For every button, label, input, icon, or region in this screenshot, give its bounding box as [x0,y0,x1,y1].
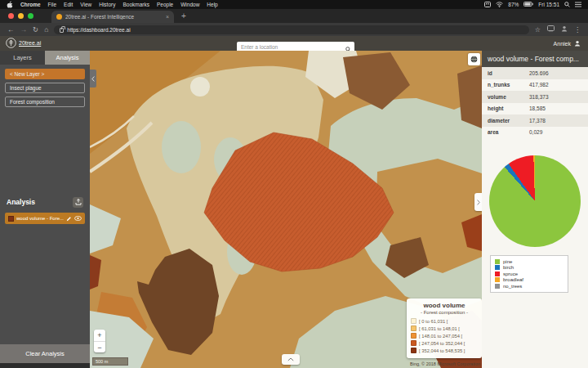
chart-legend-label: broadleaf [503,277,523,282]
bookmark-star-icon[interactable]: ☆ [535,26,541,34]
lock-icon [60,28,64,33]
close-window-button[interactable] [8,13,14,19]
tree-logo-icon [6,38,16,48]
wifi-icon[interactable] [496,2,503,8]
clear-analysis-button[interactable]: Clear Analysis [0,344,90,363]
battery-icon[interactable] [523,2,533,7]
forward-icon[interactable]: → [20,26,28,34]
table-row: volume 318,373 [482,91,588,103]
field-value: 17,378 [529,118,546,123]
table-row: id 205.696 [482,67,588,79]
legend-range: [ 148,01 to 247,054 [ [419,334,462,339]
expand-panel-button[interactable] [474,193,482,211]
map-attribution: Bing, © 2018 Microsoft Corporation [410,361,480,366]
notification-center-icon[interactable] [575,2,581,8]
browser-tab[interactable]: 20tree.ai - Forest Intelligence × [51,11,174,23]
app-logo[interactable]: 20tree.ai [6,38,41,48]
legend-entry: [ 0 to 61,031 [ [411,317,478,325]
tab-analysis[interactable]: Analysis [45,51,90,65]
legend-swatch [411,333,416,339]
collapse-sidebar-button[interactable] [90,70,96,88]
menu-item-history[interactable]: History [99,2,115,7]
menu-item-chrome[interactable]: Chrome [20,2,41,7]
close-tab-icon[interactable]: × [166,14,169,20]
menu-item-help[interactable]: Help [207,2,217,7]
chart-legend-entry: pine [495,258,564,265]
field-value: 205.696 [529,70,549,76]
layer-forest-composition-button[interactable]: Forest composition [5,96,85,107]
edit-pencil-icon[interactable] [66,216,72,222]
field-value: 0,029 [529,129,542,135]
legend-swatch [411,348,416,353]
menu-item-bookmarks[interactable]: Bookmarks [122,2,149,7]
tab-title: 20tree.ai - Forest Intelligence [65,14,163,20]
chart-legend-swatch [495,265,500,270]
field-value: 318,373 [529,94,549,100]
export-analysis-button[interactable] [73,197,83,208]
map-viewport[interactable]: + − 500 m wood volume - Forest compositi… [90,51,482,368]
menubar-clock[interactable]: Fri 15:51 [538,2,559,7]
field-value: 417,982 [529,82,549,88]
field-value: 18,585 [529,105,546,111]
analysis-item-wood-volume[interactable]: wood volume - Fore... [5,213,85,224]
back-icon[interactable]: ← [7,26,15,34]
address-bar[interactable]: https://dashboard.20tree.ai [54,25,529,34]
chart-legend-entry: no_trees [495,283,564,289]
pie-chart [489,155,581,247]
zoom-in-button[interactable]: + [94,330,105,341]
zoom-window-button[interactable] [28,13,33,19]
map-legend-title: wood volume [411,302,478,309]
expand-bottom-panel-button[interactable] [282,354,300,365]
upload-icon [75,199,82,205]
spotlight-icon[interactable] [564,2,570,8]
basemap-toggle-button[interactable] [468,53,480,65]
menu-item-people[interactable]: People [157,2,173,7]
profile-icon[interactable] [561,25,568,34]
apple-icon[interactable] [7,1,13,9]
chart-legend-swatch [495,259,500,264]
tab-favicon [56,14,62,20]
browser-toolbar: ← → ↻ ⌂ https://dashboard.20tree.ai ☆ ⋮ [0,23,588,36]
chart-legend-label: pine [503,259,512,264]
extension-icon[interactable] [547,25,555,34]
feature-attributes-table: id 205.696 n_trunks 417,982 volume 318,3… [482,67,588,138]
chevron-right-icon [477,200,480,205]
user-menu[interactable]: Anniek [554,40,581,47]
screen: Chrome File Edit View History Bookmarks … [0,0,588,368]
pie-chart-legend: pine birch spruce broadleaf no_trees [490,255,568,293]
globe-icon [470,56,478,63]
user-icon [574,40,581,47]
home-icon[interactable]: ⌂ [44,26,48,34]
new-layer-button[interactable]: < New Layer > [5,69,85,79]
chart-legend-entry: spruce [495,271,564,277]
input-source-icon[interactable] [484,2,491,8]
menu-item-edit[interactable]: Edit [64,2,73,7]
field-label: volume [482,94,529,100]
menu-item-window[interactable]: Window [180,2,199,7]
tab-layers[interactable]: Layers [0,51,45,65]
reload-icon[interactable]: ↻ [33,26,38,34]
app-header: 20tree.ai Anniek [0,36,588,51]
new-tab-button[interactable]: + [181,11,186,20]
map-legend: wood volume - Forest composition - [ 0 t… [407,298,482,358]
chevron-left-icon [91,76,95,82]
browser-menu-icon[interactable]: ⋮ [574,26,581,34]
scale-label: 500 m [96,359,108,364]
analysis-heading: Analysis [7,198,35,206]
field-label: id [482,70,529,76]
map-scale-bar: 500 m [92,357,128,366]
legend-entry: [ 148,01 to 247,054 [ [411,332,478,339]
field-label: n_trunks [482,82,529,88]
visibility-eye-icon[interactable] [74,216,82,221]
feature-info-panel: wood volume - Forest comp... id 205.696 … [482,51,588,368]
minimize-window-button[interactable] [18,13,24,19]
layer-insect-plague-button[interactable]: Insect plague [5,83,85,93]
menu-item-file[interactable]: File [48,2,56,7]
menu-item-view[interactable]: View [80,2,91,7]
zoom-out-button[interactable]: − [94,341,105,352]
chart-legend-entry: birch [495,265,564,272]
battery-percent: 87% [508,2,519,7]
logo-text: 20tree.ai [19,40,41,46]
analysis-item-label: wood volume - Fore... [16,216,64,221]
sidebar-footer [0,363,90,368]
